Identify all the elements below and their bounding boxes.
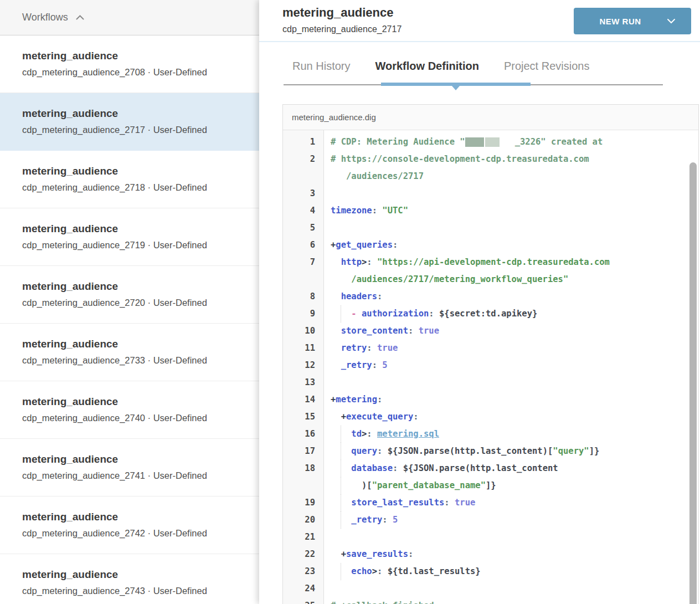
indent-guide	[341, 426, 341, 443]
code-line: 4timezone: "UTC"	[283, 202, 698, 219]
detail-header: metering_audience cdp_metering_audience_…	[259, 0, 700, 42]
code-token	[331, 549, 341, 559]
code-line: 9 - authorization: ${secret:td.apikey}	[283, 305, 698, 323]
code-token: echo	[351, 566, 372, 576]
code-line: 11 retry: true	[283, 340, 698, 357]
code-line-content: store_last_results: true	[324, 494, 698, 511]
indent-guide	[341, 563, 341, 580]
tab-row: Run HistoryWorkflow DefinitionProject Re…	[259, 42, 700, 73]
workflow-list-item[interactable]: metering_audiencecdp_metering_audience_2…	[0, 324, 266, 381]
code-line: 3	[283, 185, 698, 202]
code-scrollbar-thumb[interactable]	[689, 162, 697, 604]
code-token: +	[331, 240, 336, 250]
code-token	[331, 326, 341, 336]
code-line: 19 store_last_results: true	[283, 494, 698, 511]
code-line-content: +get_queries:	[324, 237, 698, 254]
page-subtitle: cdp_metering_audience_2717	[282, 24, 402, 34]
code-token: execute_query	[346, 412, 413, 422]
workflow-detail-panel: metering_audience cdp_metering_audience_…	[259, 0, 700, 604]
code-line: 22 +save_results:	[283, 546, 698, 563]
code-token: :	[377, 291, 382, 301]
code-token: :	[413, 412, 418, 422]
workflow-list-item[interactable]: metering_audiencecdp_metering_audience_2…	[0, 496, 266, 554]
code-token	[341, 498, 352, 508]
code-token: true	[419, 326, 439, 336]
code-line-content	[324, 374, 698, 391]
code-token: "UTC"	[382, 206, 408, 216]
code-token	[331, 515, 341, 525]
code-token: :	[377, 566, 388, 576]
workflow-list-item[interactable]: metering_audiencecdp_metering_audience_2…	[0, 208, 266, 266]
code-token	[331, 463, 341, 473]
code-line-content: _retry: 5	[324, 511, 698, 529]
code-token: ${secret:td.apikey}	[439, 309, 537, 319]
code-token: ]}	[589, 446, 600, 456]
tab-run-history[interactable]: Run History	[292, 60, 350, 73]
workflows-header[interactable]: Workflows	[0, 0, 266, 35]
code-line-content: +save_results:	[324, 546, 698, 563]
line-number: 3	[283, 185, 324, 202]
workflow-item-subtitle: cdp_metering_audience_2717 · User-Define…	[22, 125, 260, 135]
code-token: )[	[362, 480, 372, 490]
code-token: :	[367, 429, 377, 439]
code-line-content: /audiences/2717/metering_workflow_querie…	[324, 271, 698, 288]
workflows-header-label: Workflows	[22, 12, 68, 23]
indent-guide	[341, 305, 341, 323]
workflow-list-item[interactable]: metering_audiencecdp_metering_audience_2…	[0, 93, 266, 151]
line-number: 23	[283, 563, 324, 580]
line-number: 18	[283, 460, 324, 477]
code-token: # CDP: Metering Audience "	[331, 137, 465, 147]
tab-project-revisions[interactable]: Project Revisions	[504, 60, 590, 73]
workflow-list: metering_audiencecdp_metering_audience_2…	[0, 35, 266, 604]
workflow-item-subtitle: cdp_metering_audience_2719 · User-Define…	[22, 240, 260, 250]
workflow-item-title: metering_audience	[22, 50, 260, 62]
workflow-list-item[interactable]: metering_audiencecdp_metering_audience_2…	[0, 381, 266, 439]
code-token	[331, 291, 341, 301]
code-line-content: # https://console-development-cdp.treasu…	[324, 151, 698, 168]
line-number: 9	[283, 305, 324, 323]
workflow-list-item[interactable]: metering_audiencecdp_metering_audience_2…	[0, 439, 266, 496]
code-token: :	[444, 498, 455, 508]
code-token	[331, 566, 341, 576]
workflow-list-item[interactable]: metering_audiencecdp_metering_audience_2…	[0, 554, 266, 604]
code-line-content: )["parent_database_name"]}	[324, 477, 698, 494]
code-line: 16 td>: metering.sql	[283, 426, 698, 443]
code-line: )["parent_database_name"]}	[283, 477, 698, 494]
code-token: ]}	[486, 480, 496, 490]
code-token: :	[408, 549, 413, 559]
line-number: 25	[283, 597, 324, 604]
workflow-list-item[interactable]: metering_audiencecdp_metering_audience_2…	[0, 151, 266, 208]
line-number: 16	[283, 426, 324, 443]
page-title: metering_audience	[282, 6, 394, 20]
indent-guide	[341, 460, 341, 477]
code-line-content: query: ${JSON.parse(http.last_content)["…	[324, 443, 698, 460]
new-run-button[interactable]: NEW RUN	[574, 8, 691, 34]
line-number: 8	[283, 288, 324, 305]
code-token: # https://console-development-cdp.treasu…	[331, 154, 589, 164]
workflow-item-title: metering_audience	[22, 280, 260, 293]
code-token: timezone	[331, 206, 372, 216]
code-line-content: database: ${JSON.parse(http.last_content	[324, 460, 698, 477]
workflow-item-title: metering_audience	[22, 338, 260, 350]
indent-guide	[341, 494, 341, 511]
code-line: 15 +execute_query:	[283, 408, 698, 426]
workflow-list-item[interactable]: metering_audiencecdp_metering_audience_2…	[0, 266, 266, 324]
code-token: save_results	[346, 549, 408, 559]
code-token	[331, 360, 341, 370]
chevron-down-icon[interactable]	[667, 18, 691, 24]
workflow-item-title: metering_audience	[22, 569, 260, 581]
workflow-definition-card: metering_audience.dig 1# CDP: Metering A…	[282, 104, 699, 604]
code-line-content: /audiences/2717	[324, 168, 698, 185]
code-token: >	[362, 257, 367, 267]
code-token: :	[382, 515, 393, 525]
code-line-content: # +callback finished:	[324, 597, 698, 604]
redacted-block	[485, 137, 500, 147]
file-link[interactable]: metering.sql	[377, 429, 439, 439]
line-number: 4	[283, 202, 324, 219]
code-token	[331, 446, 341, 456]
workflow-list-item[interactable]: metering_audiencecdp_metering_audience_2…	[0, 35, 266, 93]
tab-workflow-definition[interactable]: Workflow Definition	[375, 60, 478, 73]
code-token: :	[393, 463, 403, 473]
code-line: 23 echo>: ${td.last_results}	[283, 563, 698, 580]
code-token: >	[362, 429, 367, 439]
